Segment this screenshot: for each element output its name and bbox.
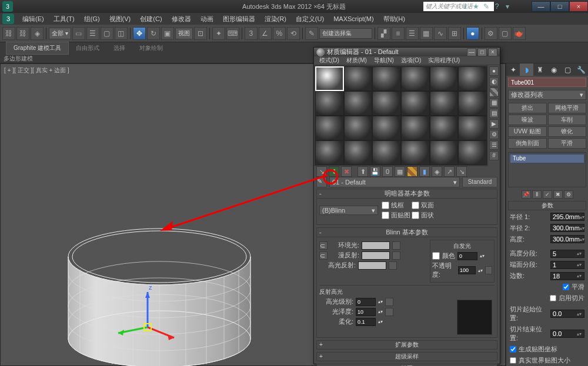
btn-taper[interactable]: 锥化 [548, 126, 587, 137]
self-color-check[interactable]: 颜色0▴▾ [432, 251, 492, 260]
menu-edit[interactable]: 编辑(E) [18, 14, 49, 25]
btn-meshsmooth[interactable]: 网格平滑 [548, 103, 587, 113]
selection-filter[interactable]: 全部 ▾ [49, 28, 71, 39]
hseg-spinner[interactable]: 5▴▾ [550, 250, 584, 258]
info-icon[interactable]: ℹ [461, 2, 469, 11]
menu-grapheditor[interactable]: 图形编辑器 [218, 14, 260, 25]
diffuse-swatch[interactable] [362, 251, 390, 260]
bind-icon[interactable]: ◈ [31, 27, 44, 40]
material-slot[interactable] [401, 116, 430, 140]
pivot-icon[interactable]: ⊡ [194, 27, 207, 40]
menu-render[interactable]: 渲染(R) [260, 14, 291, 25]
material-slot[interactable] [315, 91, 344, 116]
spec-level-map-button[interactable] [385, 298, 393, 306]
cseg-spinner[interactable]: 1▴▾ [550, 261, 584, 269]
rollout-maps[interactable]: 贴图 [316, 364, 497, 366]
self-illum-spinner[interactable]: 0 [457, 252, 477, 260]
diffuse-map-button[interactable] [392, 251, 400, 260]
rollout-supersample[interactable]: 超级采样 [316, 352, 497, 361]
reset-icon[interactable]: ✖ [341, 166, 352, 177]
specular-swatch[interactable] [358, 261, 386, 270]
snap-icon[interactable]: 3 [245, 27, 258, 40]
me-menu-material[interactable]: 材质(M) [343, 56, 370, 65]
minimize-button[interactable]: — [532, 1, 550, 12]
material-slot[interactable] [344, 140, 373, 165]
options-icon[interactable]: ⚙ [489, 130, 499, 139]
material-slot[interactable] [430, 91, 459, 116]
curve-editor-icon[interactable]: ∿ [434, 27, 447, 40]
material-editor-titlebar[interactable]: 材质编辑器 - 01 - Default —□× [314, 48, 500, 56]
opacity-map-button[interactable] [485, 266, 492, 274]
unlink-icon[interactable]: ⛓ [16, 27, 29, 40]
shader-rollout-title[interactable]: -明暗器基本参数 [317, 189, 497, 199]
scale-icon[interactable]: ▣ [161, 27, 174, 40]
go-back-icon[interactable]: ↘ [456, 166, 467, 177]
tab-display-icon[interactable]: ▢ [561, 63, 574, 76]
edit-selection-icon[interactable]: ✎ [305, 27, 318, 40]
eyedropper-icon[interactable]: ✎ [316, 177, 327, 187]
show-end-icon[interactable]: Ⅱ [532, 190, 542, 199]
check-2sided[interactable]: 双面 [412, 201, 440, 210]
blinn-rollout-title[interactable]: -Blinn 基本参数 [317, 228, 497, 237]
material-slot[interactable] [344, 66, 373, 91]
params-rollout-title[interactable]: 参数 [508, 201, 586, 210]
material-slot[interactable] [372, 66, 401, 91]
sample-uv-icon[interactable]: ▦ [489, 98, 499, 108]
tab-freeform[interactable]: 自由形式 [69, 42, 106, 54]
material-editor-icon[interactable]: ● [466, 27, 479, 40]
unique-icon[interactable]: ✓ [543, 190, 552, 199]
help-icon[interactable]: ? [493, 2, 501, 11]
specular-map-button[interactable] [389, 261, 397, 270]
check-faceted[interactable]: 面状 [412, 211, 440, 220]
height-spinner[interactable]: 300.0mm▴▾ [550, 235, 584, 243]
viewport-label[interactable]: [ + ][ 正交 ][ 真实 + 边面 ] [4, 66, 69, 75]
background-icon[interactable] [489, 88, 499, 97]
material-slot[interactable] [344, 116, 373, 140]
sample-type-icon[interactable]: ● [489, 66, 499, 76]
material-slot-1[interactable] [315, 66, 344, 91]
realworld-checkbox[interactable] [510, 357, 516, 364]
radius1-spinner[interactable]: 295.0mm▴▾ [550, 213, 584, 221]
mat-effects-icon[interactable]: 0 [382, 166, 393, 177]
ambient-map-button[interactable] [392, 241, 400, 250]
remove-icon[interactable]: ✖ [553, 190, 563, 199]
material-slot[interactable] [458, 66, 487, 91]
backlight-icon[interactable]: ◐ [489, 77, 499, 86]
me-menu-options[interactable]: 选项(O) [398, 56, 424, 65]
spinner-snap-icon[interactable]: ⟲ [287, 27, 300, 40]
soften-spinner[interactable]: 0.1 [356, 318, 376, 326]
genmap-checkbox[interactable] [510, 346, 516, 352]
keyboard-shortcut-icon[interactable]: ⌨ [226, 27, 239, 40]
btn-smooth[interactable]: 平滑 [548, 138, 587, 149]
btn-extrude[interactable]: 挤出 [508, 103, 547, 113]
btn-lathe[interactable]: 车削 [548, 115, 587, 125]
tab-create-icon[interactable]: ✦ [506, 63, 520, 76]
put-to-lib-icon[interactable]: 💾 [370, 166, 380, 177]
material-slot[interactable] [315, 116, 344, 140]
material-type-button[interactable]: Standard [462, 177, 497, 187]
material-slot[interactable] [430, 66, 459, 91]
slice-checkbox[interactable] [550, 295, 556, 301]
preview-icon[interactable]: ▶ [489, 119, 499, 129]
menu-maxscript[interactable]: MAXScript(M) [329, 14, 378, 23]
material-slot[interactable] [315, 140, 344, 165]
link-icon[interactable]: ✎ [482, 2, 490, 11]
schematic-icon[interactable]: ⊞ [448, 27, 461, 40]
menu-animation[interactable]: 动画 [196, 14, 218, 25]
angle-snap-icon[interactable]: ∠ [259, 27, 272, 40]
gloss-map-button[interactable] [385, 308, 393, 316]
btn-bevel[interactable]: 倒角剖面 [508, 138, 547, 149]
smooth-checkbox[interactable] [563, 284, 569, 290]
pin-icon[interactable]: 📌 [522, 190, 531, 199]
check-wire[interactable]: 线框 [382, 201, 410, 210]
select-by-mat-icon[interactable]: ☰ [489, 140, 499, 150]
me-menu-nav[interactable]: 导航(N) [371, 56, 397, 65]
render-frame-icon[interactable]: ▢ [499, 27, 512, 40]
radius2-spinner[interactable]: 300.0mm▴▾ [550, 224, 584, 232]
window-crossing-icon[interactable]: ◫ [115, 27, 128, 40]
sto-spinner[interactable]: 0.0▴▾ [550, 330, 584, 338]
menu-view[interactable]: 视图(V) [105, 14, 136, 25]
chevron-down-icon[interactable]: ▾ [503, 2, 512, 11]
ambient-lock-icon[interactable]: ⊂ [319, 241, 328, 250]
video-check-icon[interactable]: ▤ [489, 109, 499, 118]
